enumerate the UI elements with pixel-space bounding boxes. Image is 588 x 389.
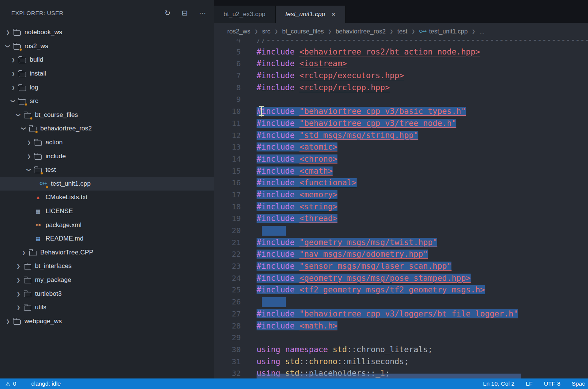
refresh-explorer-icon[interactable]: ↻ xyxy=(164,9,170,17)
breadcrumb-item[interactable]: ... xyxy=(479,28,485,35)
chevron-down-icon[interactable]: ❯ xyxy=(16,111,21,119)
code-line[interactable]: 17#include <memory> xyxy=(214,189,588,201)
tree-item-bt_interfaces[interactable]: ❯bt_interfaces xyxy=(0,259,214,273)
code-line[interactable]: 14#include <chrono> xyxy=(214,153,588,165)
tree-item-webpage_ws[interactable]: ❯webpage_ws xyxy=(0,314,214,328)
close-icon[interactable]: ✕ xyxy=(331,11,336,17)
tree-item-src[interactable]: ❯src xyxy=(0,94,214,108)
line-number: 24 xyxy=(214,272,241,285)
code-line[interactable]: 8#include <rclcpp/rclcpp.hpp> xyxy=(214,82,588,94)
tab-bt_u2_ex3.cpp[interactable]: bt_u2_ex3.cpp xyxy=(214,6,276,23)
code-line[interactable]: 13#include <atomic> xyxy=(214,141,588,153)
breadcrumb-item[interactable]: test_unit1.cpp xyxy=(429,28,468,35)
chevron-down-icon[interactable]: ❯ xyxy=(21,124,26,133)
folder-icon xyxy=(23,111,32,119)
tree-item-action[interactable]: ❯action xyxy=(0,136,214,150)
tree-item-my_package[interactable]: ❯my_package xyxy=(0,273,214,287)
breadcrumb-item[interactable]: behaviortree_ros2 xyxy=(336,28,386,35)
chevron-right-icon[interactable]: ❯ xyxy=(9,57,17,62)
tree-item-turtlebot3[interactable]: ❯turtlebot3 xyxy=(0,287,214,301)
tab-test_unit1.cpp[interactable]: test_unit1.cpp✕ xyxy=(276,6,346,23)
code-line[interactable]: 31using std::chrono::milliseconds; xyxy=(214,356,588,368)
code-line[interactable]: 5#include <behaviortree_ros2/bt_action_n… xyxy=(214,46,588,58)
code-line[interactable]: 21#include "geometry_msgs/msg/twist.hpp" xyxy=(214,237,588,249)
chevron-down-icon[interactable]: ❯ xyxy=(26,166,32,174)
chevron-down-icon[interactable]: ❯ xyxy=(5,42,11,50)
code-text: #include "behaviortree_cpp_v3/loggers/bt… xyxy=(257,309,518,318)
tree-item-build[interactable]: ❯build xyxy=(0,53,214,67)
tree-item-CMakeLists.txt[interactable]: ▲CMakeLists.txt xyxy=(0,191,214,204)
chevron-right-icon[interactable]: ❯ xyxy=(14,277,23,283)
code-line[interactable]: 10#include "behaviortree_cpp_v3/basic_ty… xyxy=(214,106,588,118)
chevron-right-icon[interactable]: ❯ xyxy=(14,305,23,310)
code-line[interactable]: 24#include <geometry_msgs/msg/pose_stamp… xyxy=(214,272,588,285)
code-editor[interactable]: 4//-------------------------------------… xyxy=(214,39,588,378)
tree-item-utils[interactable]: ❯utils xyxy=(0,301,214,315)
tree-item-LICENSE[interactable]: ▦LICENSE xyxy=(0,204,214,218)
code-line[interactable]: 15#include <cmath> xyxy=(214,165,588,177)
code-text xyxy=(262,226,286,236)
code-line[interactable]: 28#include <math.h> xyxy=(214,320,588,332)
tree-item-install[interactable]: ❯install xyxy=(0,67,214,81)
status-item[interactable]: UTF-8 xyxy=(544,380,561,387)
code-line[interactable]: 27#include "behaviortree_cpp_v3/loggers/… xyxy=(214,308,588,320)
chevron-right-icon[interactable]: ❯ xyxy=(4,319,12,324)
status-item[interactable]: Ln 10, Col 2 xyxy=(483,380,515,387)
tree-item-ros2_ws[interactable]: ❯ros2_ws xyxy=(0,39,214,53)
chevron-right-icon[interactable]: ❯ xyxy=(20,250,28,255)
code-line[interactable]: 4//-------------------------------------… xyxy=(214,39,588,46)
problems-indicator[interactable]: ⚠ 0 xyxy=(5,380,16,387)
tree-item-notebook_ws[interactable]: ❯notebook_ws xyxy=(0,26,214,39)
code-line[interactable]: 19#include <thread> xyxy=(214,213,588,225)
line-number: 4 xyxy=(214,39,241,46)
code-line[interactable]: 18#include <string> xyxy=(214,201,588,213)
tree-item-package.xml[interactable]: <>package.xml xyxy=(0,218,214,232)
status-item[interactable]: LF xyxy=(526,380,533,387)
status-item[interactable]: Spac xyxy=(572,380,585,387)
tree-item-BehaviorTree.CPP[interactable]: ❯BehaviorTree.CPP xyxy=(0,246,214,260)
tree-item-behaviortree_ros2[interactable]: ❯behaviortree_ros2 xyxy=(0,122,214,136)
code-line[interactable]: 25#include <tf2_geometry_msgs/tf2_geomet… xyxy=(214,284,588,296)
tree-item-README.md[interactable]: ▤README.md xyxy=(0,232,214,246)
horizontal-scrollbar[interactable] xyxy=(257,374,521,378)
code-line[interactable]: 22#include "nav_msgs/msg/odometry.hpp" xyxy=(214,248,588,260)
code-line[interactable]: 30using namespace std::chrono_literals; xyxy=(214,344,588,356)
tree-item-include[interactable]: ❯include xyxy=(0,149,214,163)
breadcrumb-item[interactable]: src xyxy=(262,28,270,35)
tree-item-bt_course_files[interactable]: ❯bt_course_files xyxy=(0,108,214,122)
code-text: #include "nav_msgs/msg/odometry.hpp" xyxy=(257,250,428,259)
code-line[interactable]: 29 xyxy=(214,332,588,344)
line-number: 21 xyxy=(214,237,241,249)
code-line[interactable]: 11#include "behaviortree_cpp_v3/tree_nod… xyxy=(214,118,588,130)
more-actions-icon[interactable]: ⋯ xyxy=(199,9,206,17)
code-line[interactable]: 12#include "std_msgs/msg/string.hpp" xyxy=(214,130,588,142)
code-line[interactable]: 6#include <iostream> xyxy=(214,58,588,70)
tree-item-test[interactable]: ❯test xyxy=(0,163,214,177)
chevron-right-icon[interactable]: ❯ xyxy=(25,154,33,159)
tree-item-test_unit1.cpp[interactable]: C++test_unit1.cpp xyxy=(0,177,214,191)
line-number: 20 xyxy=(214,225,241,237)
clangd-status[interactable]: clangd: idle xyxy=(31,380,61,387)
tree-item-log[interactable]: ❯log xyxy=(0,80,214,94)
collapse-folders-icon[interactable]: ⊟ xyxy=(182,9,188,17)
git-modified-dot xyxy=(35,130,38,133)
line-number: 6 xyxy=(214,58,241,70)
code-line[interactable]: 9 xyxy=(214,94,588,106)
chevron-right-icon[interactable]: ❯ xyxy=(9,85,17,90)
code-line[interactable]: 7#include <rclcpp/executors.hpp> xyxy=(214,70,588,82)
breadcrumb-item[interactable]: test xyxy=(397,28,407,35)
chevron-down-icon[interactable]: ❯ xyxy=(11,97,16,105)
code-line[interactable]: 16#include <functional> xyxy=(214,177,588,189)
breadcrumb-separator-icon: ❯ xyxy=(275,29,278,34)
breadcrumb-item[interactable]: bt_course_files xyxy=(282,28,324,35)
chevron-right-icon[interactable]: ❯ xyxy=(14,263,23,269)
chevron-right-icon[interactable]: ❯ xyxy=(4,30,12,35)
folder-icon xyxy=(12,317,22,325)
chevron-right-icon[interactable]: ❯ xyxy=(14,291,23,297)
code-line[interactable]: 23#include "sensor_msgs/msg/laser_scan.h… xyxy=(214,260,588,272)
code-line[interactable]: 20 xyxy=(214,225,588,237)
breadcrumb-item[interactable]: ros2_ws xyxy=(227,28,250,35)
chevron-right-icon[interactable]: ❯ xyxy=(9,71,17,76)
chevron-right-icon[interactable]: ❯ xyxy=(25,140,33,145)
code-line[interactable]: 26 xyxy=(214,296,588,308)
